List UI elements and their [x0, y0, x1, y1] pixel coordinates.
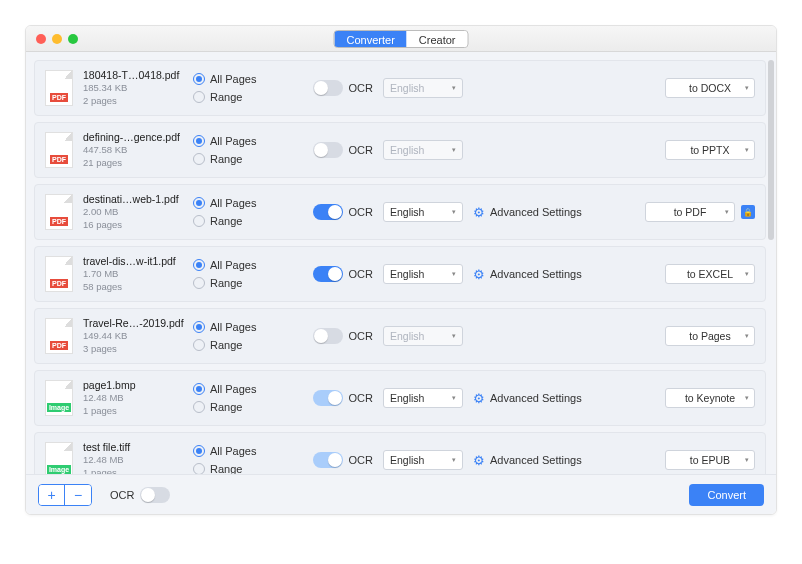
- range-radio[interactable]: Range: [193, 401, 293, 413]
- output-format-dropdown[interactable]: to EXCEL▾: [665, 264, 755, 284]
- output-format-dropdown[interactable]: to PPTX▾: [665, 140, 755, 160]
- range-radio[interactable]: Range: [193, 463, 293, 474]
- language-column: English▾: [383, 388, 463, 408]
- ocr-group: OCR: [293, 452, 373, 468]
- format-column: to Keynote▾: [665, 388, 755, 408]
- language-dropdown: English▾: [383, 326, 463, 346]
- gear-icon[interactable]: ⚙: [473, 205, 485, 220]
- global-ocr-toggle[interactable]: [140, 487, 170, 503]
- ocr-group: OCR: [293, 204, 373, 220]
- all-pages-radio[interactable]: All Pages: [193, 321, 293, 333]
- range-radio[interactable]: Range: [193, 215, 293, 227]
- convert-button[interactable]: Convert: [689, 484, 764, 506]
- language-column: English▾: [383, 264, 463, 284]
- page-range-group: All Pages Range: [193, 259, 293, 289]
- all-pages-radio[interactable]: All Pages: [193, 73, 293, 85]
- language-column: English▾: [383, 326, 463, 346]
- language-dropdown[interactable]: English▾: [383, 202, 463, 222]
- output-format-dropdown[interactable]: to EPUB▾: [665, 450, 755, 470]
- output-format-dropdown[interactable]: to Pages▾: [665, 326, 755, 346]
- language-value: English: [390, 144, 424, 156]
- file-thumbnail: PDF: [45, 318, 73, 354]
- file-name: test file.tiff: [83, 440, 193, 454]
- language-dropdown[interactable]: English▾: [383, 388, 463, 408]
- output-format-dropdown[interactable]: to DOCX▾: [665, 78, 755, 98]
- scrollbar[interactable]: [768, 60, 774, 240]
- file-name: page1.bmp: [83, 378, 193, 392]
- app-window: Converter Creator PDF 180418-T…0418.pdf …: [25, 25, 777, 515]
- language-value: English: [390, 454, 424, 466]
- add-file-button[interactable]: +: [39, 485, 65, 505]
- ocr-toggle[interactable]: [313, 142, 343, 158]
- file-size: 1.70 MB: [83, 268, 193, 281]
- chevron-down-icon: ▾: [452, 84, 456, 92]
- all-pages-label: All Pages: [210, 73, 256, 85]
- tab-converter[interactable]: Converter: [335, 31, 407, 47]
- ocr-toggle[interactable]: [313, 328, 343, 344]
- ocr-group: OCR: [293, 328, 373, 344]
- file-thumbnail: PDF: [45, 132, 73, 168]
- zoom-icon[interactable]: [68, 34, 78, 44]
- ocr-group: OCR: [293, 142, 373, 158]
- output-format-dropdown[interactable]: to Keynote▾: [665, 388, 755, 408]
- file-row: Image page1.bmp 12.48 MB 1 pages All Pag…: [34, 370, 766, 426]
- all-pages-label: All Pages: [210, 135, 256, 147]
- ocr-toggle[interactable]: [313, 204, 343, 220]
- advanced-settings-link[interactable]: Advanced Settings: [490, 454, 582, 466]
- page-range-group: All Pages Range: [193, 135, 293, 165]
- format-column: to PPTX▾: [665, 140, 755, 160]
- all-pages-radio[interactable]: All Pages: [193, 383, 293, 395]
- file-pages: 58 pages: [83, 281, 193, 294]
- file-name: destinati…web-1.pdf: [83, 192, 193, 206]
- advanced-settings-link[interactable]: Advanced Settings: [490, 392, 582, 404]
- footer: + − OCR Convert: [26, 474, 776, 514]
- all-pages-radio[interactable]: All Pages: [193, 135, 293, 147]
- output-format-value: to Pages: [689, 330, 730, 342]
- pdf-badge-icon: PDF: [50, 93, 68, 102]
- language-dropdown[interactable]: English▾: [383, 264, 463, 284]
- language-dropdown: English▾: [383, 140, 463, 160]
- file-size: 149.44 KB: [83, 330, 193, 343]
- tab-creator[interactable]: Creator: [407, 31, 468, 47]
- mode-segmented-control: Converter Creator: [334, 30, 469, 48]
- gear-icon[interactable]: ⚙: [473, 267, 485, 282]
- minimize-icon[interactable]: [52, 34, 62, 44]
- language-column: English▾: [383, 140, 463, 160]
- ocr-toggle[interactable]: [313, 80, 343, 96]
- all-pages-radio[interactable]: All Pages: [193, 197, 293, 209]
- language-value: English: [390, 268, 424, 280]
- range-label: Range: [210, 339, 242, 351]
- all-pages-label: All Pages: [210, 383, 256, 395]
- traffic-lights: [36, 34, 78, 44]
- output-format-dropdown[interactable]: to PDF▾: [645, 202, 735, 222]
- global-ocr: OCR: [110, 487, 170, 503]
- language-dropdown[interactable]: English▾: [383, 450, 463, 470]
- lock-icon[interactable]: 🔒: [741, 205, 755, 219]
- ocr-label: OCR: [349, 268, 373, 280]
- range-radio[interactable]: Range: [193, 91, 293, 103]
- ocr-toggle[interactable]: [313, 452, 343, 468]
- language-column: English▾: [383, 450, 463, 470]
- chevron-down-icon: ▾: [452, 208, 456, 216]
- file-thumbnail: PDF: [45, 194, 73, 230]
- advanced-settings-link[interactable]: Advanced Settings: [490, 268, 582, 280]
- advanced-settings-link[interactable]: Advanced Settings: [490, 206, 582, 218]
- file-meta: 180418-T…0418.pdf 185.34 KB 2 pages: [83, 68, 193, 108]
- file-pages: 2 pages: [83, 95, 193, 108]
- remove-file-button[interactable]: −: [65, 485, 91, 505]
- file-meta: destinati…web-1.pdf 2.00 MB 16 pages: [83, 192, 193, 232]
- ocr-label: OCR: [349, 206, 373, 218]
- all-pages-radio[interactable]: All Pages: [193, 259, 293, 271]
- close-icon[interactable]: [36, 34, 46, 44]
- range-radio[interactable]: Range: [193, 339, 293, 351]
- range-radio[interactable]: Range: [193, 153, 293, 165]
- all-pages-radio[interactable]: All Pages: [193, 445, 293, 457]
- ocr-toggle[interactable]: [313, 266, 343, 282]
- gear-icon[interactable]: ⚙: [473, 391, 485, 406]
- language-dropdown: English▾: [383, 78, 463, 98]
- range-radio[interactable]: Range: [193, 277, 293, 289]
- ocr-group: OCR: [293, 266, 373, 282]
- file-name: Travel-Re…-2019.pdf: [83, 316, 193, 330]
- gear-icon[interactable]: ⚙: [473, 453, 485, 468]
- ocr-toggle[interactable]: [313, 390, 343, 406]
